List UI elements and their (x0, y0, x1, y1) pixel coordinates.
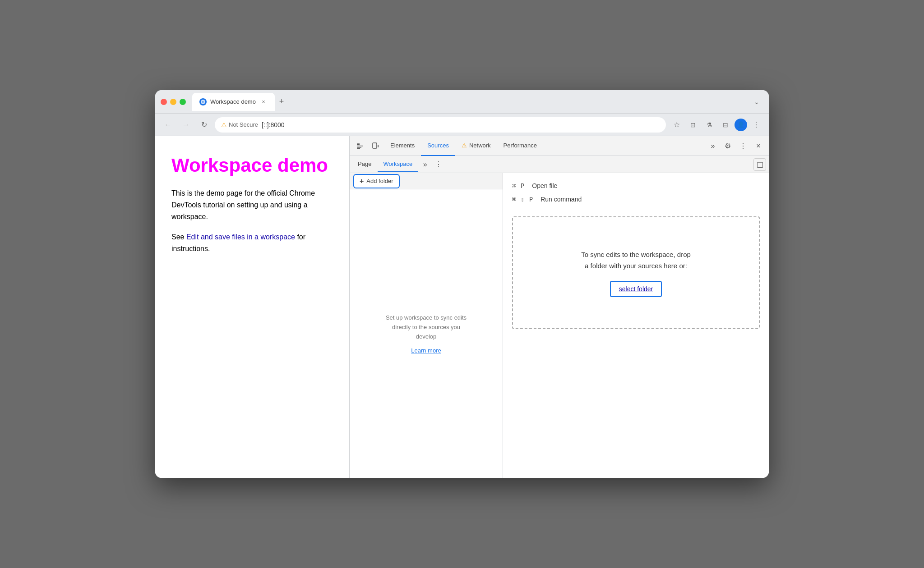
devtools-settings-button[interactable]: ⚙ (721, 139, 735, 153)
warning-icon: ⚠ (221, 121, 227, 128)
tab-bar: D Workspace demo × + (192, 93, 746, 111)
devtools-close-button[interactable]: × (752, 139, 765, 153)
chrome-menu-button[interactable]: ⋮ (749, 118, 763, 132)
tab-performance[interactable]: Performance (497, 136, 543, 156)
devtools-more-tabs-button[interactable]: » (707, 140, 719, 152)
new-tab-button[interactable]: + (275, 95, 288, 109)
shortcut-run-command-label: Run command (541, 196, 582, 203)
shortcut-open-file-label: Open file (532, 182, 557, 189)
tab-bar-right: ⌄ (750, 95, 763, 109)
sources-tab-workspace[interactable]: Workspace (378, 157, 418, 172)
devtools-left-panel: + Add folder Set up workspace to sync ed… (350, 173, 503, 478)
svg-rect-3 (357, 144, 360, 145)
devtools-panel: Elements Sources ⚠ Network Performance (349, 136, 769, 478)
not-secure-label: Not Secure (229, 121, 258, 128)
svg-rect-7 (373, 143, 377, 148)
page-link-paragraph: See Edit and save files in a workspace f… (171, 231, 333, 254)
workspace-hint-text: Set up workspace to sync edits directly … (381, 313, 471, 341)
extensions-button[interactable]: ⊡ (686, 118, 700, 132)
devtools-toolbar-right: ⚙ ⋮ × (721, 139, 765, 153)
svg-rect-6 (357, 148, 360, 149)
add-folder-plus-icon: + (360, 177, 364, 185)
address-bar: ← → ↻ ⚠ Not Secure [::]:8000 ☆ ⊡ ⚗ (155, 114, 769, 136)
shortcut-open-file-keys: ⌘ P (512, 182, 525, 189)
svg-rect-4 (357, 146, 363, 147)
title-bar: D Workspace demo × + ⌄ (155, 90, 769, 114)
network-warning-icon: ⚠ (462, 142, 467, 149)
svg-rect-2 (357, 143, 360, 144)
tab-sources[interactable]: Sources (421, 136, 455, 156)
tab-favicon: D (199, 98, 207, 105)
profile-button[interactable]: 👤 (735, 119, 747, 131)
url-text: [::]:8000 (262, 121, 285, 128)
keyboard-shortcuts: ⌘ P Open file ⌘ ⇧ P Run command (512, 182, 760, 203)
minimize-traffic-light[interactable] (170, 99, 176, 105)
main-content: Workspace demo This is the demo page for… (155, 136, 769, 478)
url-bar[interactable]: ⚠ Not Secure [::]:8000 (215, 117, 666, 133)
shortcut-open-file: ⌘ P Open file (512, 182, 557, 189)
panel-toggle-button[interactable]: ◫ (753, 158, 766, 171)
device-mode-button[interactable] (369, 139, 382, 153)
page-title: Workspace demo (171, 154, 333, 177)
shortcut-run-command: ⌘ ⇧ P Run command (512, 196, 582, 203)
svg-rect-5 (357, 147, 361, 148)
reload-button[interactable]: ↻ (197, 118, 211, 132)
page-description: This is the demo page for the official C… (171, 188, 333, 222)
security-indicator: ⚠ Not Secure (221, 121, 258, 128)
left-panel-toolbar: + Add folder (350, 173, 503, 189)
back-button[interactable]: ← (161, 118, 175, 132)
sources-sub-dots[interactable]: ⋮ (432, 158, 445, 171)
sources-tab-page[interactable]: Page (352, 157, 377, 172)
learn-more-link[interactable]: Learn more (411, 347, 441, 354)
workspace-tutorial-link[interactable]: Edit and save files in a workspace (186, 233, 295, 241)
drop-zone-text: To sync edits to the workspace, drop a f… (581, 249, 691, 272)
add-folder-button[interactable]: + Add folder (353, 174, 400, 188)
drop-zone[interactable]: To sync edits to the workspace, drop a f… (512, 216, 760, 329)
devtools-right-panel: ⌘ P Open file ⌘ ⇧ P Run command To sync … (503, 173, 769, 478)
close-traffic-light[interactable] (161, 99, 167, 105)
devtools-tab-list: Elements Sources ⚠ Network Performance (384, 136, 705, 156)
select-folder-button[interactable]: select folder (610, 281, 662, 297)
bookmark-button[interactable]: ☆ (670, 118, 684, 132)
tab-title: Workspace demo (210, 98, 256, 105)
forward-button[interactable]: → (179, 118, 193, 132)
address-bar-actions: ☆ ⊡ ⚗ ⊟ 👤 ⋮ (670, 118, 763, 132)
traffic-lights (161, 99, 186, 105)
tab-close-button[interactable]: × (259, 98, 268, 106)
tab-network[interactable]: ⚠ Network (455, 136, 497, 156)
tab-elements[interactable]: Elements (384, 136, 421, 156)
browser-tab-active[interactable]: D Workspace demo × (192, 93, 275, 111)
devtools-body: + Add folder Set up workspace to sync ed… (350, 173, 769, 478)
shortcut-run-command-keys: ⌘ ⇧ P (512, 196, 533, 203)
devtools-main-toolbar: Elements Sources ⚠ Network Performance (350, 136, 769, 156)
split-view-button[interactable]: ⊟ (718, 118, 733, 132)
maximize-traffic-light[interactable] (180, 99, 186, 105)
see-text: See (171, 233, 184, 241)
tab-menu-button[interactable]: ⌄ (750, 95, 763, 109)
inspect-element-button[interactable] (353, 139, 367, 153)
svg-text:D: D (202, 101, 204, 104)
labs-button[interactable]: ⚗ (702, 118, 716, 132)
left-panel-content: Set up workspace to sync edits directly … (350, 189, 503, 478)
svg-rect-8 (378, 145, 379, 147)
devtools-kebab-menu[interactable]: ⋮ (736, 139, 750, 153)
sources-sub-more-button[interactable]: » (419, 158, 431, 171)
browser-window: D Workspace demo × + ⌄ ← → ↻ ⚠ (155, 90, 769, 478)
page-content: Workspace demo This is the demo page for… (155, 136, 349, 478)
devtools-sub-toolbar: Page Workspace » ⋮ ◫ (350, 156, 769, 173)
add-folder-label: Add folder (366, 178, 393, 184)
